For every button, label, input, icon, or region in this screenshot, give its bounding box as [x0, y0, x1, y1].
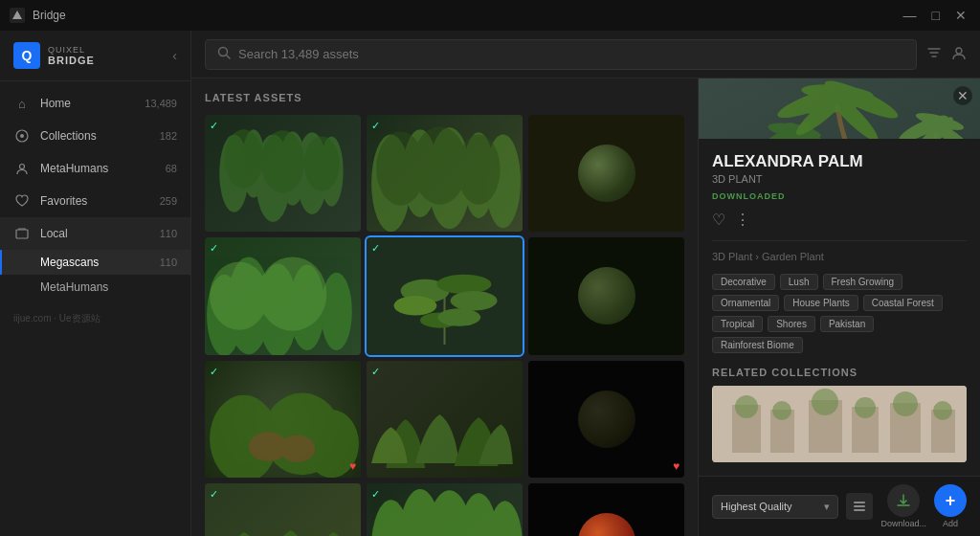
asset-card[interactable]: ✓ — [205, 115, 361, 232]
tag-ornamental[interactable]: Ornamental — [712, 295, 779, 311]
asset-card-selected[interactable]: ✓ — [367, 237, 523, 354]
asset-card[interactable] — [528, 237, 684, 354]
minimize-button[interactable]: — — [900, 8, 921, 23]
svg-marker-0 — [12, 11, 22, 19]
titlebar: Bridge — □ ✕ — [0, 0, 980, 31]
asset-card[interactable]: ♥ — [528, 361, 684, 478]
svg-point-34 — [394, 296, 437, 315]
asset-card[interactable]: ✓ ♥ — [205, 361, 361, 478]
svg-point-15 — [304, 136, 340, 190]
detail-more-button[interactable]: ⋮ — [735, 211, 750, 229]
megascans-label: Megascans — [40, 256, 160, 269]
home-count: 13,489 — [145, 98, 177, 109]
detail-badge: DOWNLOADED — [712, 191, 786, 201]
breadcrumb-separator: › — [755, 251, 762, 262]
check-icon: ✓ — [371, 488, 380, 501]
sidebar-item-local[interactable]: Local 110 — [0, 217, 190, 250]
check-icon: ✓ — [210, 120, 218, 132]
svg-point-14 — [261, 130, 304, 192]
metahumans-label: MetaHumans — [40, 162, 166, 175]
sidebar-item-favorites[interactable]: Favorites 259 — [0, 185, 190, 217]
search-input[interactable] — [238, 47, 904, 61]
logo-bridge: BRIDGE — [48, 55, 95, 66]
quality-label: Highest Quality — [721, 501, 792, 512]
sidebar-item-home[interactable]: ⌂ Home 13,489 — [0, 87, 190, 120]
favorites-count: 259 — [160, 195, 177, 207]
download-label: Download... — [880, 519, 926, 528]
svg-point-35 — [451, 291, 498, 310]
tag-house-plants[interactable]: House Plants — [784, 295, 858, 311]
asset-card[interactable]: ✓ — [367, 483, 523, 536]
svg-point-3 — [20, 165, 25, 169]
section-title: LATEST ASSETS — [205, 92, 684, 103]
check-icon: ✓ — [371, 366, 380, 378]
local-label: Local — [40, 227, 160, 240]
asset-card[interactable]: ✓ — [205, 237, 361, 354]
detail-footer: Highest Quality ▾ — [699, 476, 980, 536]
download-button[interactable]: Download... — [880, 484, 926, 528]
asset-grid-area: LATEST ASSETS — [191, 78, 698, 536]
watermark-text: iijue.com · Ue资源站 — [0, 303, 190, 333]
search-bar[interactable] — [205, 39, 917, 70]
tag-shores[interactable]: Shores — [768, 316, 815, 332]
add-button[interactable]: + Add — [934, 484, 967, 528]
topbar — [191, 31, 980, 78]
asset-card[interactable]: ✓ — [367, 115, 523, 232]
asset-card[interactable]: ✓ — [367, 361, 523, 478]
detail-title: ALEXANDRA PALM — [712, 152, 967, 171]
search-icon — [217, 46, 231, 62]
tag-tropical[interactable]: Tropical — [712, 316, 763, 332]
asset-card[interactable]: ✓ — [205, 483, 361, 536]
check-icon: ✓ — [210, 242, 218, 255]
main-area: LATEST ASSETS — [191, 31, 980, 536]
logo-quixel: QUIXEL — [48, 45, 95, 55]
detail-body: ALEXANDRA PALM 3D PLANT DOWNLOADED ♡ ⋮ 3… — [699, 139, 980, 476]
svg-point-23 — [457, 134, 501, 204]
detail-close-button[interactable]: ✕ — [953, 86, 972, 105]
sidebar-item-megascans[interactable]: Megascans 110 — [0, 250, 190, 275]
sidebar: Q QUIXEL BRIDGE ‹ ⌂ Home 13,489 — [0, 31, 191, 536]
close-window-button[interactable]: ✕ — [951, 8, 970, 23]
detail-type: 3D PLANT — [712, 173, 967, 185]
related-collection-image[interactable] — [712, 386, 967, 462]
tag-pakistan[interactable]: Pakistan — [820, 316, 874, 332]
related-collections-title: RELATED COLLECTIONS — [712, 367, 967, 378]
breadcrumb: 3D Plant › Garden Plant — [712, 251, 967, 262]
collections-count: 182 — [160, 130, 177, 142]
svg-point-84 — [893, 391, 918, 416]
asset-card[interactable] — [528, 483, 684, 536]
sidebar-item-metahumans-sub[interactable]: MetaHumans — [0, 275, 190, 300]
asset-card[interactable] — [528, 115, 684, 232]
svg-point-82 — [812, 389, 838, 415]
tag-decorative[interactable]: Decorative — [712, 274, 775, 290]
list-view-button[interactable] — [846, 493, 873, 520]
check-icon: ✓ — [371, 242, 380, 255]
tag-rainforest-biome[interactable]: Rainforest Biome — [712, 337, 803, 353]
local-icon — [13, 225, 31, 242]
sidebar-collapse-button[interactable]: ‹ — [172, 48, 177, 63]
add-label: Add — [943, 519, 958, 528]
filter-icon[interactable] — [926, 45, 942, 64]
maximize-button[interactable]: □ — [928, 8, 944, 23]
content-area: LATEST ASSETS — [191, 78, 980, 536]
check-icon: ✓ — [210, 366, 218, 378]
sidebar-item-metahumans[interactable]: MetaHumans 68 — [0, 152, 190, 185]
breadcrumb-part1[interactable]: 3D Plant — [712, 251, 752, 262]
quality-select[interactable]: Highest Quality ▾ — [712, 495, 838, 519]
tags-container: Decorative Lush Fresh Growing Ornamental… — [712, 274, 967, 353]
svg-point-42 — [279, 435, 315, 462]
tag-coastal-forest[interactable]: Coastal Forest — [863, 295, 943, 311]
window-controls: — □ ✕ — [900, 8, 970, 23]
account-icon[interactable] — [951, 45, 967, 64]
breadcrumb-part2[interactable]: Garden Plant — [762, 251, 824, 262]
tag-fresh-growing[interactable]: Fresh Growing — [823, 274, 903, 290]
svg-point-37 — [437, 309, 480, 326]
asset-grid: ✓ — [205, 115, 684, 536]
tag-lush[interactable]: Lush — [780, 274, 818, 290]
local-count: 110 — [160, 228, 177, 239]
svg-point-85 — [933, 401, 952, 420]
detail-heart-button[interactable]: ♡ — [712, 211, 725, 229]
heart-icon: ♥ — [673, 459, 679, 473]
sidebar-item-collections[interactable]: Collections 182 — [0, 120, 190, 152]
svg-point-83 — [855, 397, 876, 418]
